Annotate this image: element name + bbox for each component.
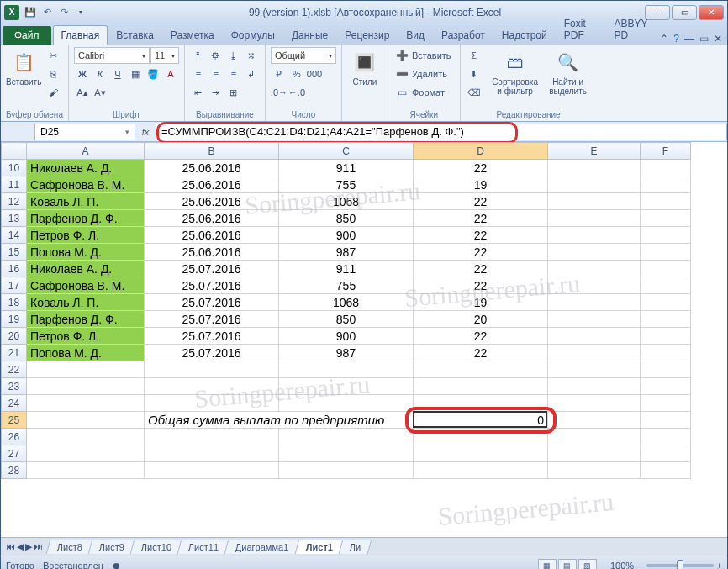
row-header[interactable]: 24 [2, 395, 27, 412]
delete-cells-button[interactable]: ➖Удалить [393, 66, 455, 82]
row-header[interactable]: 28 [2, 462, 27, 479]
qat-dropdown-icon[interactable]: ▾ [73, 5, 88, 20]
cell[interactable] [27, 429, 145, 445]
tab-review[interactable]: Рецензир [336, 25, 398, 45]
cell[interactable] [548, 210, 641, 227]
row-header[interactable]: 15 [2, 244, 27, 261]
undo-icon[interactable]: ↶ [40, 5, 55, 20]
cell[interactable] [641, 378, 691, 395]
row-header[interactable]: 26 [2, 429, 27, 445]
cell[interactable]: 911 [279, 261, 414, 277]
page-break-view-button[interactable]: ▧ [578, 559, 597, 570]
sheet-tab[interactable]: Диаграмма1 [224, 540, 300, 554]
cell[interactable]: 850 [279, 311, 414, 328]
fill-color-button[interactable]: 🪣 [145, 66, 161, 82]
align-bottom-icon[interactable]: ⭳ [225, 47, 242, 64]
last-sheet-icon[interactable]: ⏭ [34, 541, 43, 552]
cell[interactable]: 25.06.2016 [145, 244, 279, 261]
col-c-header[interactable]: C [279, 143, 414, 160]
format-painter-icon[interactable]: 🖌 [45, 84, 61, 101]
currency-icon[interactable]: ₽ [271, 66, 288, 82]
tab-foxit[interactable]: Foxit PDF [556, 13, 606, 45]
cell[interactable]: 20 [414, 311, 548, 328]
worksheet-grid[interactable]: A B C D E F 10Николаев А. Д.25.06.201691… [1, 142, 727, 537]
cell[interactable] [548, 261, 641, 277]
file-tab[interactable]: Файл [3, 26, 51, 45]
cell[interactable] [548, 294, 641, 311]
cell[interactable] [145, 378, 279, 395]
sheet-tab[interactable]: Лист10 [130, 540, 183, 554]
summary-result-cell[interactable]: 0 [414, 412, 548, 429]
tab-home[interactable]: Главная [53, 25, 108, 45]
decrease-indent-icon[interactable]: ⇤ [190, 84, 207, 101]
zoom-slider[interactable] [646, 564, 714, 567]
cell[interactable]: 22 [414, 277, 548, 294]
cell[interactable] [641, 412, 691, 429]
cell[interactable] [279, 378, 414, 395]
cell[interactable] [145, 445, 279, 462]
doc-restore-icon[interactable]: ▭ [699, 33, 709, 45]
cell[interactable] [641, 395, 691, 412]
font-name-select[interactable]: Calibri▾ [74, 47, 150, 64]
cell[interactable] [27, 412, 145, 429]
cell[interactable] [414, 395, 548, 412]
zoom-in-button[interactable]: + [717, 561, 722, 570]
cell[interactable] [279, 361, 414, 378]
tab-layout[interactable]: Разметка [162, 25, 223, 45]
cell[interactable]: 25.06.2016 [145, 210, 279, 227]
sheet-tab-active[interactable]: Лист1 [294, 540, 344, 554]
number-format-select[interactable]: Общий▾ [271, 47, 336, 64]
zoom-out-button[interactable]: − [637, 561, 642, 570]
cell[interactable] [548, 176, 641, 193]
cell[interactable] [548, 227, 641, 244]
row-header[interactable]: 20 [2, 328, 27, 345]
cell[interactable] [641, 445, 691, 462]
cell[interactable]: 1068 [279, 294, 414, 311]
cell[interactable]: 22 [414, 227, 548, 244]
cell[interactable] [414, 378, 548, 395]
clear-icon[interactable]: ⌫ [466, 84, 483, 101]
row-header[interactable]: 18 [2, 294, 27, 311]
cell[interactable]: 25.07.2016 [145, 311, 279, 328]
find-select-button[interactable]: 🔍 Найти и выделить [545, 47, 592, 96]
col-d-header[interactable]: D [414, 143, 548, 160]
cell[interactable]: 22 [414, 160, 548, 176]
cell[interactable]: 22 [414, 244, 548, 261]
cell[interactable]: 900 [279, 328, 414, 345]
sheet-tab[interactable]: Лист9 [88, 540, 136, 554]
row-header[interactable]: 25 [2, 412, 27, 429]
cell[interactable] [145, 361, 279, 378]
formula-input[interactable]: =СУММПРОИЗВ(C4:C21;D4:D21;A4:A21="Парфен… [156, 124, 727, 140]
cell[interactable]: 22 [414, 261, 548, 277]
tab-insert[interactable]: Вставка [108, 25, 162, 45]
cell[interactable]: Николаев А. Д. [27, 160, 145, 176]
cell[interactable] [641, 193, 691, 210]
cell[interactable]: 900 [279, 227, 414, 244]
cell[interactable] [27, 395, 145, 412]
maximize-button[interactable]: ▭ [672, 5, 697, 20]
cell[interactable]: Парфенов Д. Ф. [27, 210, 145, 227]
cell[interactable]: Коваль Л. П. [27, 193, 145, 210]
col-e-header[interactable]: E [548, 143, 641, 160]
format-cells-button[interactable]: ▭Формат [393, 84, 455, 101]
cell[interactable] [27, 361, 145, 378]
insert-cells-button[interactable]: ➕Вставить [393, 47, 455, 64]
cell[interactable] [548, 395, 641, 412]
cell[interactable] [27, 445, 145, 462]
cell[interactable] [279, 395, 414, 412]
cell[interactable] [548, 445, 641, 462]
font-color-button[interactable]: A [162, 66, 179, 82]
namebox-dropdown-icon[interactable]: ▾ [125, 128, 129, 136]
tab-developer[interactable]: Разработ [433, 25, 493, 45]
cell[interactable] [145, 395, 279, 412]
cut-icon[interactable]: ✂ [45, 47, 61, 64]
cell[interactable]: 22 [414, 210, 548, 227]
cell[interactable] [548, 462, 641, 479]
cell[interactable] [641, 429, 691, 445]
underline-button[interactable]: Ч [109, 66, 126, 82]
cell[interactable] [548, 328, 641, 345]
cell[interactable]: 19 [414, 176, 548, 193]
cell[interactable] [548, 311, 641, 328]
row-header[interactable]: 14 [2, 227, 27, 244]
grow-font-icon[interactable]: A▴ [74, 84, 91, 101]
